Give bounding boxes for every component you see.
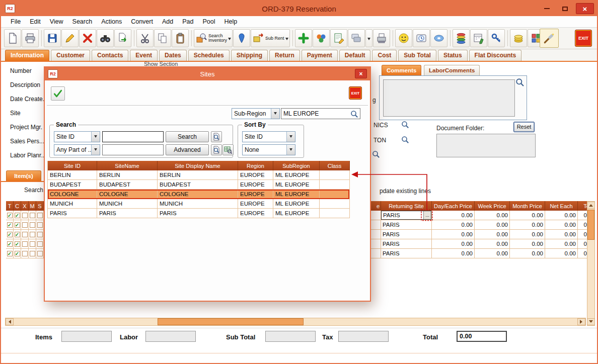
sort-primary-dropdown[interactable]: Site ID: [242, 131, 295, 142]
checkbox[interactable]: ✓: [14, 239, 21, 249]
print-station-button[interactable]: [373, 29, 390, 47]
site-row-munich[interactable]: MUNICHMUNICHMUNICHEUROPEML EUROPE: [48, 199, 349, 209]
tab-cost[interactable]: Cost: [372, 50, 397, 61]
wand-button[interactable]: [540, 29, 559, 48]
returning-site-editor[interactable]: PARIS...: [381, 211, 431, 220]
schedule-button[interactable]: [413, 29, 430, 47]
paste-button[interactable]: [172, 29, 189, 47]
maximize-button[interactable]: [558, 3, 572, 14]
pin-button[interactable]: [233, 29, 250, 47]
menu-file[interactable]: File: [6, 18, 25, 25]
field-selector-dropdown[interactable]: Sub-Region: [232, 108, 280, 119]
horizontal-scrollbar-thumb[interactable]: [158, 318, 304, 325]
search-icon[interactable]: [350, 110, 358, 118]
search-field-dropdown[interactable]: Site ID: [54, 131, 100, 142]
tax-field[interactable]: [338, 331, 389, 342]
tab-default[interactable]: Default: [339, 50, 371, 61]
browse-button[interactable]: ...: [423, 211, 431, 219]
smiley-button[interactable]: [395, 29, 412, 47]
item-row[interactable]: PARIS0.000.000.000.000.00: [371, 249, 587, 258]
match-mode-dropdown[interactable]: Any Part of ...: [54, 144, 100, 155]
dialog-exit-button[interactable]: EXIT: [349, 86, 362, 100]
export-button[interactable]: [114, 29, 131, 47]
tab-flat-discounts[interactable]: Flat Discounts: [469, 50, 522, 61]
scroll-right-button[interactable]: [577, 318, 585, 325]
ok-button[interactable]: [51, 86, 65, 101]
checkbox[interactable]: [21, 211, 29, 220]
tab-shipping[interactable]: Shipping: [231, 50, 268, 61]
tab-sub-total[interactable]: Sub Total: [398, 50, 436, 61]
document-folder-box[interactable]: [436, 134, 536, 157]
advanced-text-input[interactable]: [102, 144, 164, 155]
reset-button[interactable]: Reset: [513, 122, 535, 132]
exit-button[interactable]: EXIT: [575, 30, 592, 47]
checkbox[interactable]: ✓: [14, 220, 21, 230]
checkbox[interactable]: ✓: [6, 211, 14, 220]
item-row[interactable]: PARIS0.000.000.000.000.00: [371, 239, 587, 249]
scroll-left-button[interactable]: [6, 318, 14, 325]
comments-textarea[interactable]: [383, 79, 515, 117]
add-item-button[interactable]: [295, 29, 312, 47]
tab-payment[interactable]: Payment: [302, 50, 338, 61]
cards-button[interactable]: [348, 29, 365, 47]
item-row[interactable]: PARIS... 0.00 0.00 0.00 0.00 0.00: [371, 211, 587, 220]
tab-event[interactable]: Event: [130, 50, 158, 61]
scroll-up-button[interactable]: [587, 202, 595, 209]
menu-actions[interactable]: Actions: [97, 18, 126, 25]
checkbox[interactable]: ✓: [14, 211, 21, 220]
checkbox[interactable]: ✓: [6, 230, 14, 239]
tab-customer[interactable]: Customer: [51, 50, 90, 61]
search-icon[interactable]: [401, 121, 409, 129]
sort-secondary-dropdown[interactable]: None: [242, 144, 295, 155]
chevron-down-icon[interactable]: [91, 132, 100, 142]
site-row-paris[interactable]: PARISPARISPARISEUROPEML EUROPE: [48, 209, 349, 218]
checkbox[interactable]: [29, 220, 36, 230]
tab-dates[interactable]: Dates: [159, 50, 187, 61]
tab-return[interactable]: Return: [269, 50, 300, 61]
print-button[interactable]: [22, 29, 39, 47]
pool-button[interactable]: [313, 29, 330, 47]
sub-rent-button[interactable]: Sub Rent: [251, 29, 290, 47]
search-icon[interactable]: [401, 136, 409, 144]
menu-convert[interactable]: Convert: [126, 18, 158, 25]
labor-field[interactable]: [145, 331, 196, 342]
checkbox[interactable]: [36, 230, 44, 239]
item-row[interactable]: PARIS0.000.000.000.000.00: [371, 230, 587, 239]
chevron-down-icon[interactable]: [91, 145, 100, 155]
menu-add[interactable]: Add: [158, 18, 178, 25]
tab-schedules[interactable]: Schedules: [188, 50, 230, 61]
site-row-berlin[interactable]: BERLINBERLINBERLINEUROPEML EUROPE: [48, 170, 349, 180]
sites-dialog-close-button[interactable]: ×: [355, 69, 367, 78]
find-button[interactable]: [97, 29, 114, 47]
checkbox[interactable]: [29, 249, 36, 258]
horizontal-scrollbar[interactable]: [5, 318, 586, 326]
site-row-budapest[interactable]: BUDAPESTBUDAPESTBUDAPESTEUROPEML EUROPE: [48, 180, 349, 190]
grid-search-button[interactable]: [222, 144, 234, 155]
copy-button[interactable]: [154, 29, 171, 47]
search-icon[interactable]: [372, 150, 380, 158]
checkbox[interactable]: [36, 239, 44, 249]
calendar-edit-button[interactable]: [470, 29, 487, 47]
chevron-down-icon[interactable]: [286, 145, 295, 155]
checkbox[interactable]: [29, 211, 36, 220]
site-row-cologne-selected[interactable]: COLOGNECOLOGNECOLOGNEEUROPEML EUROPE: [48, 190, 349, 199]
document-search-button[interactable]: [211, 144, 222, 155]
key-button[interactable]: [488, 29, 505, 47]
tab-labor-comments[interactable]: LaborComments: [424, 65, 480, 75]
checkbox[interactable]: [36, 220, 44, 230]
search-button[interactable]: Search: [166, 131, 209, 142]
tab-comments[interactable]: Comments: [382, 65, 421, 75]
edit-note-button[interactable]: [330, 29, 347, 47]
subregion-value-field[interactable]: ML EUROPE: [281, 108, 360, 119]
tab-contacts[interactable]: Contacts: [92, 50, 128, 61]
scroll-down-button[interactable]: [587, 318, 595, 325]
close-button[interactable]: ×: [576, 3, 594, 14]
checkbox[interactable]: [21, 239, 29, 249]
vertical-scrollbar-thumb[interactable]: [587, 210, 594, 240]
sub-total-field[interactable]: [265, 331, 316, 342]
edit-button[interactable]: [61, 29, 79, 47]
checkbox[interactable]: ✓: [6, 220, 14, 230]
checkbox[interactable]: ✓: [6, 249, 14, 258]
checkbox[interactable]: ✓: [14, 230, 21, 239]
menu-edit[interactable]: Edit: [25, 18, 45, 25]
